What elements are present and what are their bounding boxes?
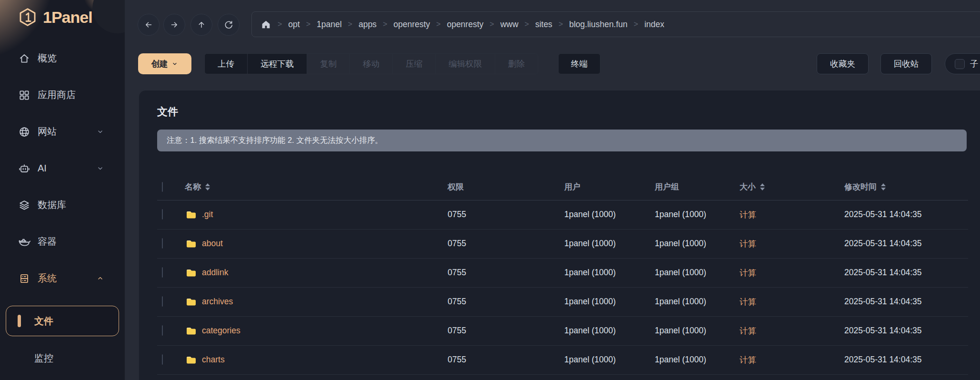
calc-size-link[interactable]: 计算 — [740, 268, 756, 278]
table-row: .git 0755 1panel (1000) 1panel (1000) 计算… — [157, 200, 968, 229]
calc-size-link[interactable]: 计算 — [740, 297, 756, 307]
group-cell: 1panel (1000) — [655, 258, 740, 287]
sidebar-item-overview[interactable]: 概览 — [0, 40, 125, 77]
permission-cell: 0755 — [448, 200, 564, 229]
up-button[interactable] — [190, 14, 212, 36]
sort-icon[interactable] — [760, 183, 765, 190]
breadcrumb-separator: > — [436, 20, 440, 29]
sidebar-item-website[interactable]: 网站 — [0, 113, 125, 150]
column-header: 名称 — [185, 174, 448, 200]
subdirectory-checkbox[interactable] — [955, 59, 965, 69]
terminal-button[interactable]: 终端 — [558, 53, 600, 74]
permission-cell: 0755 — [448, 287, 564, 316]
user-cell: 1panel (1000) — [564, 345, 655, 374]
group-cell: 1panel (1000) — [655, 287, 740, 316]
breadcrumb-item[interactable]: openresty — [447, 20, 483, 30]
breadcrumb-item[interactable]: index — [644, 20, 664, 30]
group-cell: 1panel (1000) — [655, 345, 740, 374]
folder-icon — [185, 209, 198, 220]
toolbar-button: 压缩 — [393, 54, 436, 74]
folder-icon — [185, 267, 198, 279]
breadcrumb-item[interactable]: blog.liushen.fun — [569, 20, 628, 30]
sidebar-item-files[interactable]: 文件 — [6, 306, 119, 336]
system-icon — [18, 272, 30, 285]
group-cell: 1panel (1000) — [655, 200, 740, 229]
sidebar-item-monitor[interactable]: 监控 — [0, 340, 125, 377]
folder-icon — [185, 325, 198, 337]
calc-size-link[interactable]: 计算 — [740, 355, 756, 365]
row-checkbox[interactable] — [162, 296, 163, 307]
breadcrumb-separator: > — [490, 20, 494, 29]
files-card: 文件 注意：1. 搜索结果不支持排序功能 2. 文件夹无法按大小排序。 名称 权… — [139, 90, 980, 380]
file-table-header-row: 名称 权限 用户 用户组 大小 修改时间 — [157, 174, 968, 200]
user-cell: 1panel (1000) — [564, 316, 655, 345]
breadcrumb-item[interactable]: apps — [359, 20, 377, 30]
arrow-up-icon — [196, 20, 207, 30]
file-name-link[interactable]: archives — [202, 297, 233, 307]
group-cell: 1panel (1000) — [655, 316, 740, 345]
row-checkbox[interactable] — [162, 238, 163, 249]
table-row: categories 0755 1panel (1000) 1panel (10… — [157, 316, 968, 345]
row-checkbox[interactable] — [162, 267, 163, 278]
toolbar-button[interactable]: 上传 — [205, 54, 248, 74]
decorative-circle — [92, 0, 125, 33]
breadcrumb-separator: > — [306, 20, 310, 29]
file-table: 名称 权限 用户 用户组 大小 修改时间 — [157, 174, 968, 375]
file-actions-group: 上传远程下载复制移动压缩编辑权限删除 — [204, 53, 538, 74]
sidebar-item-system[interactable]: 系统 — [0, 260, 125, 297]
row-checkbox[interactable] — [162, 354, 163, 365]
create-button[interactable]: 创建 — [138, 53, 191, 74]
toolbar-button: 复制 — [307, 54, 350, 74]
modified-cell: 2025-05-31 14:04:35 — [844, 287, 968, 316]
breadcrumb-separator: > — [634, 20, 638, 29]
sidebar-item-container[interactable]: 容器 — [0, 223, 125, 260]
sort-icon[interactable] — [881, 183, 886, 190]
breadcrumb-item[interactable]: www — [500, 20, 519, 30]
file-table-body: .git 0755 1panel (1000) 1panel (1000) 计算… — [157, 200, 968, 374]
folder-icon — [185, 238, 198, 250]
column-header: 权限 — [448, 174, 564, 200]
sidebar-item-ai[interactable]: AI — [0, 150, 125, 187]
file-name-link[interactable]: charts — [202, 355, 225, 365]
column-header: 大小 — [740, 174, 844, 200]
breadcrumb-items: >opt>1panel>apps>openresty>openresty>www… — [278, 20, 664, 30]
chevron-down-icon — [171, 60, 179, 68]
back-button[interactable] — [138, 14, 160, 36]
refresh-button[interactable] — [218, 14, 240, 36]
home-icon[interactable] — [260, 19, 271, 30]
calc-size-link[interactable]: 计算 — [740, 239, 756, 249]
user-cell: 1panel (1000) — [564, 229, 655, 258]
arrow-left-icon — [143, 20, 154, 30]
select-all-checkbox[interactable] — [162, 182, 163, 192]
calc-size-link[interactable]: 计算 — [740, 326, 756, 336]
recycle-bin-button[interactable]: 回收站 — [880, 53, 932, 74]
subdirectory-toggle: 子 — [945, 53, 980, 74]
modified-cell: 2025-05-31 14:04:35 — [844, 200, 968, 229]
permission-cell: 0755 — [448, 258, 564, 287]
file-name-link[interactable]: addlink — [202, 268, 228, 278]
toolbar-button: 删除 — [495, 54, 538, 74]
sidebar-item-database[interactable]: 数据库 — [0, 187, 125, 223]
forward-button[interactable] — [163, 14, 185, 36]
breadcrumb-item[interactable]: 1panel — [317, 20, 342, 30]
toolbar-button[interactable]: 远程下载 — [248, 54, 307, 74]
row-checkbox[interactable] — [162, 209, 163, 220]
breadcrumb-item[interactable]: opt — [288, 20, 300, 30]
permission-cell: 0755 — [448, 229, 564, 258]
favorites-button[interactable]: 收藏夹 — [817, 53, 869, 74]
notice-banner: 注意：1. 搜索结果不支持排序功能 2. 文件夹无法按大小排序。 — [157, 130, 967, 151]
modified-cell: 2025-05-31 14:04:35 — [844, 316, 968, 345]
sidebar-item-app-store[interactable]: 应用商店 — [0, 77, 125, 113]
app-logo[interactable]: 1Panel — [17, 6, 92, 29]
appstore-icon — [18, 89, 30, 101]
file-name-link[interactable]: .git — [202, 210, 213, 220]
file-name-link[interactable]: categories — [202, 326, 240, 336]
permission-cell: 0755 — [448, 345, 564, 374]
breadcrumb-item[interactable]: openresty — [393, 20, 430, 30]
row-checkbox[interactable] — [162, 325, 163, 336]
arrow-right-icon — [169, 20, 180, 30]
file-name-link[interactable]: about — [202, 239, 223, 249]
calc-size-link[interactable]: 计算 — [740, 210, 756, 220]
sort-icon[interactable] — [205, 183, 210, 190]
breadcrumb-item[interactable]: sites — [535, 20, 552, 30]
